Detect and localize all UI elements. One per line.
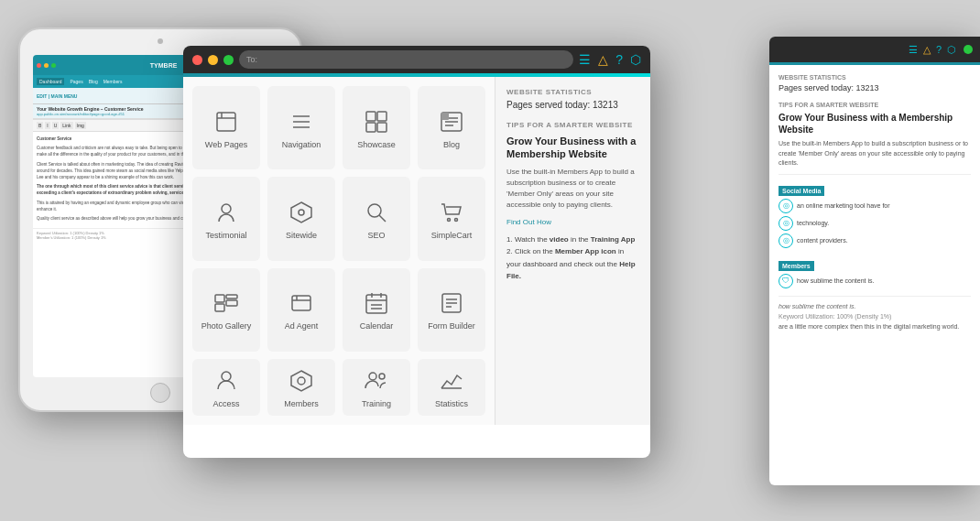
main-window: To: ☰ △ ? ⬡ Web Pages (183, 46, 650, 458)
grid-item-simplecart[interactable]: SimpleCart (418, 177, 485, 260)
warning-icon[interactable]: △ (598, 52, 608, 67)
main-search-bar[interactable]: To: (239, 50, 573, 69)
svg-point-16 (299, 210, 304, 215)
window-close-button[interactable] (192, 55, 202, 65)
grid-item-blog[interactable]: Blog (418, 86, 485, 169)
rp-tips-heading: Grow Your Business with a Membership Web… (779, 112, 971, 136)
grid-item-statistics[interactable]: Statistics (418, 359, 485, 416)
window-maximize-button[interactable] (223, 55, 234, 65)
list-icon[interactable]: ☰ (579, 52, 591, 67)
svg-rect-0 (217, 113, 235, 131)
svg-rect-25 (292, 296, 310, 310)
help-icon[interactable]: ? (615, 52, 623, 67)
access-icon (210, 368, 243, 394)
rp-stats-number: 13213 (856, 83, 879, 92)
tablet-tool-i[interactable]: I (45, 122, 49, 129)
svg-point-17 (368, 204, 381, 217)
rp-list-icon[interactable]: ☰ (909, 44, 918, 56)
grid-item-calendar[interactable]: Calendar (343, 268, 410, 352)
rp-help-icon[interactable]: ? (936, 44, 942, 56)
grid-item-web-pages[interactable]: Web Pages (192, 86, 260, 169)
tablet-camera (158, 38, 163, 44)
rp-quote: how sublime the content is. (779, 302, 971, 311)
main-content-area: Web Pages Navigation Showcase (183, 77, 650, 425)
svg-point-38 (222, 372, 231, 381)
find-out-how-link[interactable]: Find Out How (506, 218, 639, 226)
tips-text: Use the built-in Members App to build a … (506, 167, 639, 211)
rp-divider-1 (779, 174, 971, 175)
rp-expand-icon[interactable] (964, 45, 973, 54)
web-pages-icon (210, 109, 243, 135)
tips-step-2: 2. Click on the Member App icon in your … (506, 245, 639, 283)
grid-item-access[interactable]: Access (192, 359, 260, 416)
tablet-home-button[interactable] (150, 383, 170, 403)
rp-item-members-1: 🛡 how sublime the content is. (779, 274, 971, 288)
tablet-tool-u[interactable]: U (52, 122, 60, 129)
sitewide-icon (285, 200, 318, 225)
ad-agent-icon (285, 290, 318, 316)
svg-rect-14 (441, 113, 449, 120)
search-placeholder: To: (246, 55, 257, 64)
main-window-sidebar: WEBSITE STATISTICS Pages served today: 1… (495, 77, 650, 425)
grid-item-training[interactable]: Training (343, 359, 410, 416)
rp-item-icon-members-1: 🛡 (779, 274, 793, 288)
rp-item-text-members-1: how sublime the content is. (797, 277, 874, 286)
tablet-nav-item[interactable]: Blog (89, 79, 98, 84)
tablet-tool-b[interactable]: B (37, 122, 43, 129)
share-icon[interactable]: ⬡ (630, 52, 641, 67)
main-window-titlebar: To: ☰ △ ? ⬡ (183, 46, 650, 73)
tablet-nav-item[interactable]: Members (103, 79, 123, 84)
tablet-nav-item[interactable]: Dashboard (37, 78, 64, 85)
grid-item-seo[interactable]: SEO (343, 177, 410, 260)
stats-label: Pages served today: (506, 100, 590, 110)
rp-keyword-note: are a little more complex then this in t… (779, 323, 971, 330)
svg-rect-7 (377, 112, 387, 121)
rp-divider-2 (779, 296, 971, 297)
calendar-label: Calendar (360, 321, 394, 331)
tablet-dot-red (37, 63, 41, 68)
training-icon (360, 368, 393, 394)
grid-item-form-builder[interactable]: Form Builder (418, 268, 485, 352)
rp-quote-attribution: Keyword Utilization: 100% (Density 1%) (779, 313, 971, 320)
showcase-label: Showcase (357, 140, 396, 149)
svg-rect-6 (366, 112, 376, 121)
tips-title: TIPS FOR A SMARTER WEBSITE (506, 121, 639, 129)
simplecart-icon (435, 200, 468, 225)
rp-item-icon-3: ◎ (779, 233, 793, 248)
rp-tips-text: Use the built-in Members App to build a … (779, 139, 971, 168)
grid-item-ad-agent[interactable]: Ad Agent (267, 268, 335, 352)
simplecart-label: SimpleCart (431, 231, 473, 240)
grid-item-sitewide[interactable]: Sitewide (267, 177, 335, 260)
rp-section-members: Members 🛡 how sublime the content is. (779, 255, 971, 288)
members-icon (285, 368, 318, 394)
rp-warning-icon[interactable]: △ (923, 44, 931, 56)
tips-heading: Grow Your Business with a Membership Web… (506, 135, 639, 161)
svg-rect-9 (377, 123, 387, 132)
rp-item-text-1: an online marketing tool have for (797, 201, 890, 211)
members-label: Members (284, 399, 319, 408)
rp-share-icon[interactable]: ⬡ (947, 44, 956, 56)
tablet-tool-img[interactable]: Img (75, 122, 86, 129)
svg-point-15 (222, 204, 231, 213)
sitewide-label: Sitewide (286, 231, 317, 240)
grid-item-testimonial[interactable]: Testimonial (192, 177, 260, 260)
tablet-nav-item[interactable]: Pages (70, 79, 82, 84)
window-minimize-button[interactable] (208, 55, 218, 65)
web-pages-label: Web Pages (205, 140, 247, 149)
photo-gallery-label: Photo Gallery (201, 321, 252, 331)
svg-line-18 (379, 215, 386, 222)
showcase-icon (360, 109, 393, 135)
rp-stats-title: WEBSITE STATISTICS (779, 74, 971, 81)
statistics-icon (435, 368, 468, 394)
svg-point-20 (455, 218, 458, 221)
main-window-search-area: To: (239, 50, 573, 69)
grid-item-showcase[interactable]: Showcase (343, 86, 410, 169)
right-panel-content: WEBSITE STATISTICS Pages served today: 1… (769, 65, 980, 339)
ad-agent-label: Ad Agent (285, 321, 319, 331)
svg-rect-21 (215, 295, 224, 302)
tablet-tool-link[interactable]: Link (60, 122, 72, 129)
grid-item-members[interactable]: Members (267, 359, 335, 416)
right-panel: ☰ △ ? ⬡ WEBSITE STATISTICS Pages served … (769, 37, 980, 485)
grid-item-navigation[interactable]: Navigation (267, 86, 335, 169)
grid-item-photo-gallery[interactable]: Photo Gallery (192, 268, 260, 352)
